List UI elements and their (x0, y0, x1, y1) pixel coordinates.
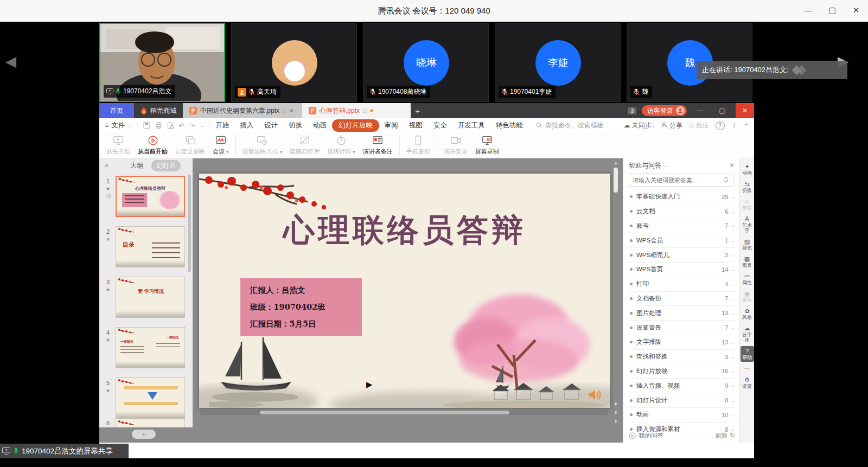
undo-icon[interactable]: ↶ (179, 121, 184, 130)
menu-review[interactable]: 审阅 (379, 120, 404, 131)
vertical-scrollbar[interactable]: ▲ ▼ ⇞ ⇟ (612, 161, 619, 424)
help-topic[interactable]: 文档备份7⌄ (629, 292, 735, 306)
add-slide-button[interactable]: + (132, 430, 156, 439)
rail-style[interactable]: ✿风格 (741, 306, 754, 322)
participant-tile[interactable]: 李婕 19070401李婕 (495, 23, 621, 102)
present-icon[interactable]: ⌸ (363, 107, 367, 114)
tab-home[interactable]: 首页 (99, 103, 134, 118)
slide-thumbnail[interactable] (116, 419, 185, 427)
command-search[interactable]: 查找命令、搜索模板 (536, 121, 604, 130)
slide-thumbnail[interactable]: 一缕阳光 一缕阳光 (116, 327, 185, 368)
screen-share-chip[interactable]: 19070402吕浩文的屏幕共享 (0, 444, 129, 458)
menu-slideshow[interactable]: 幻灯片放映 (332, 119, 379, 132)
hide-slide-button[interactable]: 隐藏幻灯片 (286, 133, 323, 157)
play-from-start-button[interactable]: 从头开始 (103, 133, 134, 157)
rail-transition[interactable]: ⇆切换 (741, 179, 754, 195)
rail-settings[interactable]: ⚙设置 (741, 375, 754, 391)
slide-thumbnail[interactable]: 壹 学习情况 (116, 277, 185, 318)
help-topic[interactable]: 动画10⌄ (629, 408, 735, 423)
slide-thumbnail[interactable]: 心理联络员答辩 (116, 176, 185, 217)
more-menu-icon[interactable]: ⋮ (731, 121, 738, 129)
file-menu[interactable]: ≡ 文件⌄ (99, 121, 137, 130)
help-icon[interactable]: ? (716, 121, 725, 130)
share-button[interactable]: ⇱ 分享 (662, 121, 682, 130)
participant-tile[interactable]: 高天琦 (231, 23, 357, 102)
menu-devtools[interactable]: 开发工具 (452, 120, 490, 131)
thumbnail-scrollbar[interactable] (188, 175, 191, 272)
menu-transition[interactable]: 切换 (283, 120, 308, 131)
lecture-record-button[interactable]: 演讲实录 (440, 133, 471, 157)
help-topic[interactable]: 打印4⌄ (629, 277, 735, 292)
menu-security[interactable]: 安全 (428, 120, 452, 131)
collapse-panel-icon[interactable]: « (99, 162, 114, 169)
rehearse-timing-button[interactable]: 排练计时 ▾ (323, 133, 359, 157)
scrollbar-handle[interactable] (614, 168, 618, 193)
rail-help[interactable]: ?帮助 (741, 346, 754, 362)
minimize-icon[interactable]: — (796, 0, 820, 22)
maximize-icon[interactable]: ▢ (820, 0, 844, 22)
help-topic[interactable]: WPS会员1⌄ (629, 233, 735, 248)
collapse-ribbon-icon[interactable]: ⌃ (744, 123, 749, 129)
rail-color[interactable]: ▨颜色 (741, 236, 754, 252)
window-restore-icon[interactable]: ▢ (714, 103, 730, 118)
search-icon[interactable] (723, 177, 730, 183)
redo-icon[interactable]: ↷ (189, 121, 195, 130)
help-topic[interactable]: 账号7⌄ (629, 219, 735, 234)
rail-properties[interactable]: ≔属性 (741, 271, 754, 287)
help-topic[interactable]: 图片处理13⌄ (629, 306, 735, 321)
help-topic[interactable]: 零基础快速入门29⌄ (629, 190, 735, 204)
menu-features[interactable]: 特色功能 (490, 120, 528, 131)
help-topic[interactable]: 幻灯片放映16⌄ (629, 364, 735, 379)
menu-view[interactable]: 视图 (404, 120, 428, 131)
rail-cloud-fonts[interactable]: ☁云字体 (741, 323, 754, 344)
present-icon[interactable]: ⌸ (283, 107, 286, 114)
rail-wordart[interactable]: A艺术字 (741, 214, 754, 235)
slide-info-box[interactable]: 汇报人：吕浩文 班级：19070402班 汇报日期：5月5日 (240, 278, 362, 336)
save-icon[interactable] (143, 122, 150, 129)
tab-doc-active[interactable]: P 心理答辩.pptx ⌸ (302, 103, 411, 118)
play-from-current-button[interactable]: 从当前开始 (134, 133, 171, 157)
help-search-box[interactable] (629, 174, 733, 187)
tab-docer-store[interactable]: 稻壳商城 (134, 103, 183, 118)
menu-start[interactable]: 开始 (210, 120, 234, 131)
cloud-sync-button[interactable]: ☁ 未同步⌄ (623, 121, 655, 130)
help-topic[interactable]: 查找和替换3⌄ (629, 350, 735, 364)
rail-more[interactable]: ⋯ (741, 363, 754, 373)
quick-access-dropdown-icon[interactable]: ⌄ (200, 123, 205, 128)
tab-doc-history[interactable]: P 中国近代史纲要第六章.pptx ⌸ (183, 103, 302, 118)
rail-chart[interactable]: ▦图表 (741, 254, 754, 270)
meeting-button[interactable]: 会议 ▾ (209, 133, 233, 157)
rail-gallery[interactable]: ▣图库 (741, 289, 754, 304)
previous-slide-icon[interactable]: ⇞ (614, 410, 618, 415)
speaker-notes-button[interactable]: 演讲者备注 (359, 133, 397, 157)
close-icon[interactable]: ✕ (844, 0, 868, 22)
outline-tab[interactable]: 大纲 (125, 160, 148, 171)
slide-canvas[interactable]: 心理联络员答辩 汇报人：吕浩文 班级：19070402班 汇报日期：5月5日 (199, 174, 610, 408)
help-topic[interactable]: 幻灯片设计8⌄ (629, 393, 735, 408)
scroll-down-icon[interactable]: ▼ (614, 401, 618, 407)
window-minimize-icon[interactable]: — (692, 103, 709, 118)
window-close-icon[interactable]: ✕ (736, 103, 754, 118)
help-topic[interactable]: WPS稻壳儿2⌄ (629, 248, 735, 263)
custom-show-button[interactable]: 自定义放映 (171, 133, 209, 157)
close-help-icon[interactable]: ✕ (729, 162, 735, 169)
participant-tile[interactable]: 晓琳 19070408蔺晓琳 (363, 23, 489, 102)
comment-button[interactable]: ⎘ 批注 (689, 121, 709, 130)
guest-login-button[interactable]: 访客登录 (642, 105, 687, 116)
print-icon[interactable] (155, 122, 162, 129)
help-topic[interactable]: WPS首页14⌄ (629, 263, 735, 277)
scroll-up-icon[interactable]: ▲ (612, 161, 619, 165)
menu-insert[interactable]: 插入 (234, 120, 259, 131)
setup-show-button[interactable]: 设置放映方式 ▾ (239, 133, 286, 157)
refresh-button[interactable]: 刷新 ↻ (715, 432, 735, 440)
my-questions-row[interactable]: 我的问答 刷新 ↻ (629, 430, 735, 442)
slide-title[interactable]: 心理联络员答辩 (199, 209, 610, 252)
new-tab-button[interactable]: + (411, 103, 425, 118)
screen-record-button[interactable]: 屏幕录制 (471, 133, 503, 157)
horizontal-scrollbar[interactable] (200, 410, 608, 415)
help-topic[interactable]: 文字排版13⌄ (629, 335, 735, 350)
help-search-input[interactable] (629, 177, 723, 183)
notification-badge[interactable]: 3 (628, 107, 636, 114)
slides-tab[interactable]: 幻灯片 (151, 160, 181, 171)
help-topic[interactable]: 云文档6⌄ (629, 204, 735, 219)
